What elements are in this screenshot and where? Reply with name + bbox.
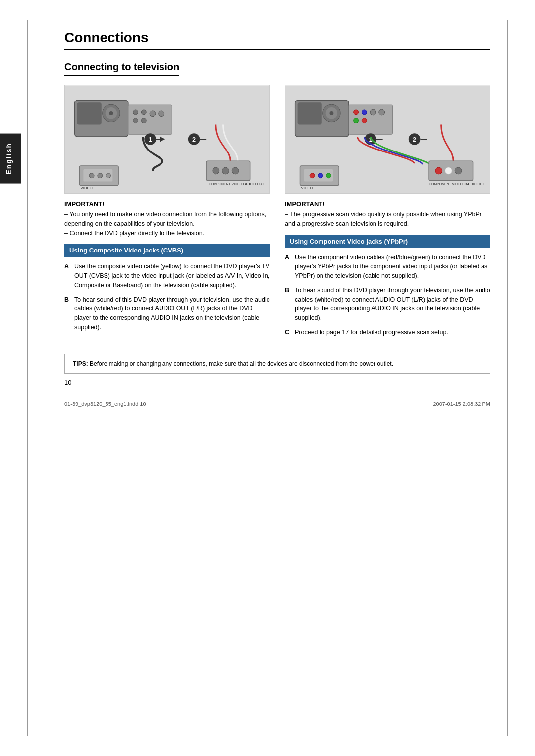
cvbs-heading: Using Composite Video jacks (CVBS) [64, 244, 270, 257]
svg-point-40 [354, 118, 359, 123]
svg-point-58 [455, 167, 462, 174]
page-title: Connections [64, 30, 490, 50]
svg-point-41 [362, 118, 367, 123]
svg-rect-33 [298, 102, 322, 124]
svg-point-25 [213, 167, 219, 174]
svg-point-18 [89, 173, 94, 178]
left-diagram-svg: 1 2 [65, 85, 269, 193]
list-text-a-left: Use the composite video cable (yellow) t… [74, 262, 270, 290]
svg-point-51 [326, 173, 331, 178]
list-item-b-left: B To hear sound of this DVD player throu… [64, 295, 270, 332]
svg-point-8 [141, 110, 146, 115]
svg-rect-2 [77, 102, 102, 124]
right-important-label: IMPORTANT! [285, 201, 490, 208]
list-label-a-left: A [64, 262, 71, 290]
svg-point-12 [159, 111, 164, 117]
svg-point-43 [379, 109, 385, 115]
right-diagram: 1 2 [285, 85, 490, 194]
border-right [507, 20, 508, 736]
left-diagram: 1 2 [64, 85, 270, 194]
tips-label: TIPS: [73, 360, 88, 367]
svg-point-5 [109, 111, 113, 115]
tips-box: TIPS: Before making or changing any conn… [64, 354, 490, 374]
right-column: 1 2 [285, 85, 490, 342]
svg-text:COMPONENT VIDEO OUT: COMPONENT VIDEO OUT [209, 182, 251, 186]
svg-point-39 [362, 110, 367, 115]
list-label-c-right: C [285, 328, 292, 337]
tips-text: Before making or changing any connection… [90, 360, 393, 367]
footer-left: 01-39_dvp3120_55_eng1.indd 10 [64, 401, 146, 407]
list-item-a-right: A Use the component video cables (red/bl… [285, 253, 490, 281]
page-number: 10 [64, 379, 490, 386]
footer-right: 2007-01-15 2:08:32 PM [433, 401, 490, 407]
list-item-b-right: B To hear sound of this DVD player throu… [285, 286, 490, 323]
list-label-b-left: B [64, 295, 71, 332]
svg-point-42 [370, 109, 376, 115]
list-label-a-right: A [285, 253, 292, 281]
list-label-b-right: B [285, 286, 292, 323]
svg-text:VIDEO: VIDEO [301, 186, 313, 190]
svg-point-36 [329, 111, 333, 115]
list-text-b-left: To hear sound of this DVD player through… [74, 295, 270, 332]
svg-point-57 [445, 167, 452, 174]
page: English Connections Connecting to televi… [0, 0, 535, 756]
side-tab: English [0, 134, 21, 184]
svg-point-56 [435, 167, 442, 174]
svg-text:COMPONENT VIDEO OUT: COMPONENT VIDEO OUT [429, 182, 471, 186]
svg-text:2: 2 [413, 136, 416, 143]
list-text-b-right: To hear sound of this DVD player through… [295, 286, 490, 323]
list-text-a-right: Use the component video cables (red/blue… [295, 253, 490, 281]
svg-point-27 [232, 167, 239, 174]
svg-point-9 [133, 118, 138, 123]
svg-text:AUDIO OUT: AUDIO OUT [245, 182, 265, 186]
svg-point-49 [310, 173, 315, 178]
two-column-layout: 1 2 [64, 85, 490, 342]
right-diagram-svg: 1 2 [285, 85, 490, 193]
svg-point-50 [318, 173, 323, 178]
footer: 01-39_dvp3120_55_eng1.indd 10 2007-01-15… [64, 401, 490, 407]
svg-text:AUDIO OUT: AUDIO OUT [466, 182, 485, 186]
section-title: Connecting to television [64, 61, 179, 76]
list-item-c-right: C Proceed to page 17 for detailed progre… [285, 328, 490, 337]
left-important-label: IMPORTANT! [64, 201, 270, 208]
svg-point-26 [222, 167, 229, 174]
svg-text:2: 2 [192, 136, 196, 143]
svg-point-7 [133, 110, 138, 115]
list-item-a-left: A Use the composite video cable (yellow)… [64, 262, 270, 290]
svg-point-10 [141, 118, 146, 123]
right-important: IMPORTANT! – The progressive scan video … [285, 201, 490, 229]
svg-point-20 [106, 173, 111, 178]
svg-point-19 [98, 173, 103, 178]
right-important-text: – The progressive scan video quality is … [285, 210, 490, 229]
left-important: IMPORTANT! – You only need to make one v… [64, 201, 270, 238]
ypbpr-heading: Using Component Video jacks (YPbPr) [285, 235, 490, 248]
left-important-text: – You only need to make one video connec… [64, 210, 270, 238]
svg-text:1: 1 [149, 136, 152, 143]
left-column: 1 2 [64, 85, 270, 342]
svg-text:VIDEO: VIDEO [80, 186, 92, 190]
svg-point-11 [150, 111, 156, 117]
list-text-c-right: Proceed to page 17 for detailed progress… [295, 328, 490, 337]
border-left [27, 20, 28, 736]
svg-point-38 [354, 110, 359, 115]
